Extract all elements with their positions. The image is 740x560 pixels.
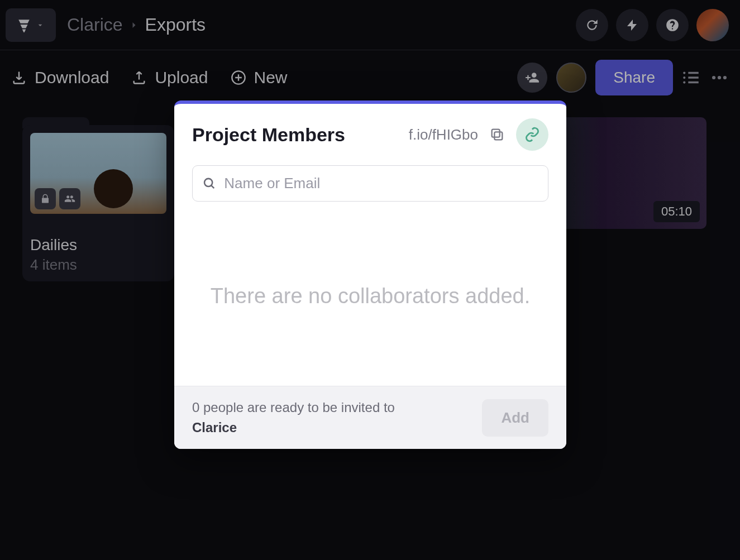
svg-rect-8: [492, 130, 500, 137]
empty-collaborators-message: There are no collaborators added.: [211, 282, 530, 310]
invite-count-text: 0 people are ready to be invited to: [192, 400, 395, 415]
project-members-modal: Project Members f.io/fHIGbo There are no…: [174, 100, 566, 449]
modal-title: Project Members: [192, 124, 345, 146]
svg-rect-7: [494, 132, 502, 140]
copy-icon: [489, 127, 505, 142]
link-settings-button[interactable]: [516, 118, 548, 151]
member-search[interactable]: [192, 165, 548, 202]
link-icon: [524, 127, 540, 142]
search-icon: [203, 176, 216, 191]
member-search-input[interactable]: [224, 175, 538, 192]
invite-project-name: Clarice: [192, 420, 237, 435]
modal-footer: 0 people are ready to be invited to Clar…: [174, 386, 566, 449]
add-button[interactable]: Add: [482, 399, 548, 437]
copy-link-button[interactable]: [489, 127, 505, 142]
share-url[interactable]: f.io/fHIGbo: [409, 126, 478, 143]
svg-point-9: [204, 178, 212, 186]
